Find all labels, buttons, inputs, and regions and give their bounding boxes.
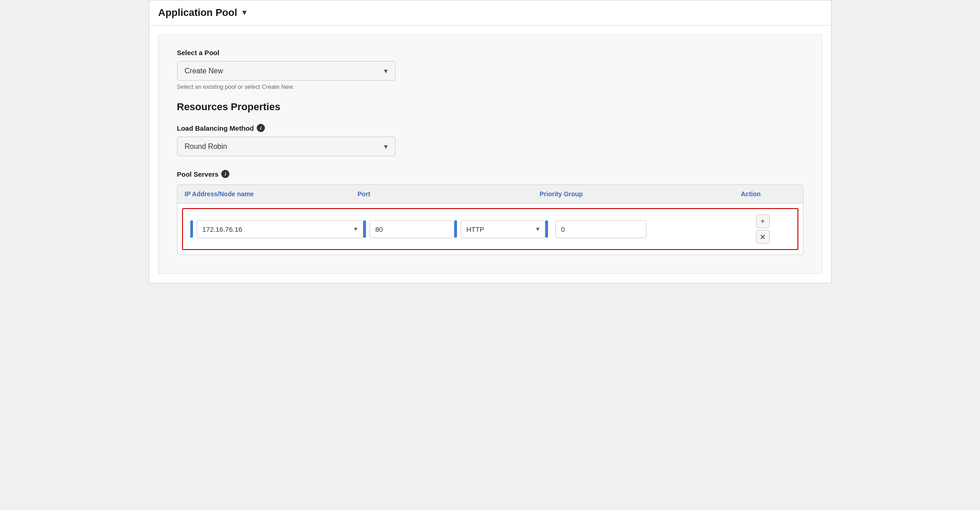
ip-select-wrapper: 172.16.76.16 ▼ bbox=[197, 220, 363, 238]
select-pool-label: Select a Pool bbox=[177, 49, 803, 56]
ip-select[interactable]: 172.16.76.16 bbox=[197, 220, 363, 238]
priority-input[interactable] bbox=[555, 220, 646, 238]
protocol-select-wrapper: HTTP HTTPS TCP ▼ bbox=[461, 220, 545, 238]
action-buttons: + ✕ bbox=[736, 214, 790, 244]
pool-select-wrapper: Create New Pool 1 Pool 2 ▼ bbox=[177, 61, 396, 81]
pool-select[interactable]: Create New Pool 1 Pool 2 bbox=[177, 61, 396, 81]
protocol-cell: HTTP HTTPS TCP ▼ bbox=[454, 220, 545, 238]
port-drag-handle bbox=[363, 220, 366, 238]
col-header-priority: Priority Group bbox=[540, 190, 741, 198]
port-cell bbox=[363, 220, 454, 238]
pool-servers-section: Pool Servers i IP Address/Node name Port… bbox=[177, 170, 803, 255]
resources-title: Resources Properties bbox=[177, 101, 803, 113]
remove-row-button[interactable]: ✕ bbox=[756, 230, 770, 244]
chevron-down-icon[interactable]: ▼ bbox=[241, 9, 248, 17]
ip-cell: 172.16.76.16 ▼ bbox=[190, 220, 363, 238]
table-header: IP Address/Node name Port Priority Group… bbox=[178, 185, 803, 204]
load-balancing-select[interactable]: Round Robin Least Connections IP Hash bbox=[177, 137, 396, 156]
priority-cell bbox=[545, 220, 736, 238]
col-header-port: Port bbox=[358, 190, 449, 198]
table-row: 172.16.76.16 ▼ bbox=[182, 208, 798, 250]
main-container: Application Pool ▼ Select a Pool Create … bbox=[149, 0, 832, 283]
load-balancing-select-wrapper: Round Robin Least Connections IP Hash ▼ bbox=[177, 137, 396, 156]
col-header-ip: IP Address/Node name bbox=[185, 190, 358, 198]
pool-servers-label: Pool Servers i bbox=[177, 170, 803, 178]
page-header: Application Pool ▼ bbox=[149, 0, 831, 26]
pool-hint-text: Select an existing pool or select Create… bbox=[177, 83, 803, 90]
port-input[interactable] bbox=[370, 220, 454, 238]
col-header-action: Action bbox=[741, 190, 796, 198]
page-title: Application Pool bbox=[158, 7, 238, 19]
pool-servers-table: IP Address/Node name Port Priority Group… bbox=[177, 184, 803, 255]
priority-drag-handle bbox=[545, 220, 548, 238]
protocol-drag-handle bbox=[454, 220, 457, 238]
pool-servers-info-icon[interactable]: i bbox=[221, 170, 229, 178]
load-balancing-info-icon[interactable]: i bbox=[257, 124, 265, 132]
content-area: Select a Pool Create New Pool 1 Pool 2 ▼… bbox=[158, 35, 822, 274]
ip-drag-handle bbox=[190, 220, 193, 238]
load-balancing-label: Load Balancing Method i bbox=[177, 124, 803, 132]
protocol-select[interactable]: HTTP HTTPS TCP bbox=[461, 220, 545, 238]
add-row-button[interactable]: + bbox=[756, 214, 770, 228]
col-header-protocol bbox=[449, 190, 540, 198]
